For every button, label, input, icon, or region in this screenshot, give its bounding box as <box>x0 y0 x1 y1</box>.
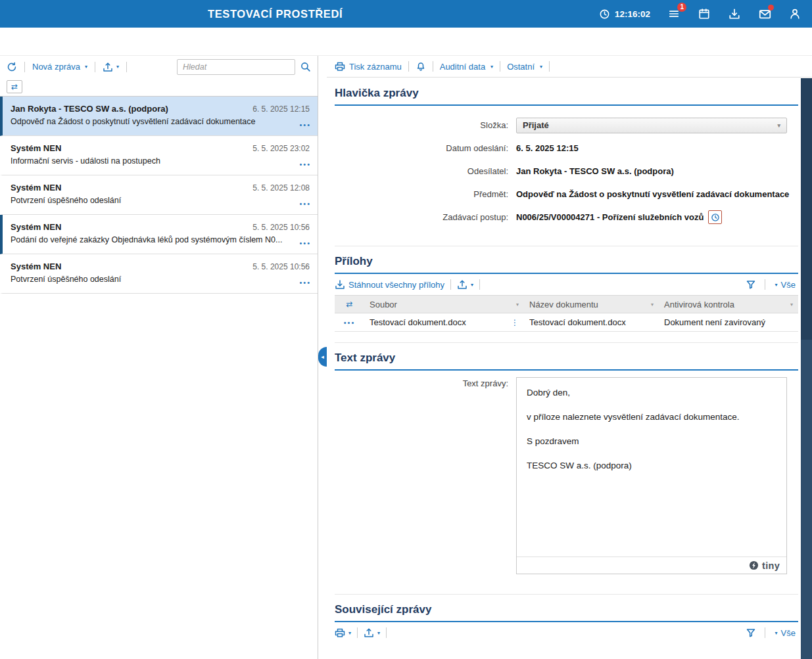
message-menu-icon[interactable]: ••• <box>299 279 311 286</box>
message-menu-icon[interactable]: ••• <box>299 240 311 247</box>
drag-handle-icon[interactable]: ⋮ <box>511 319 519 327</box>
new-message-button[interactable]: Nová zpráva ▾ <box>32 62 87 72</box>
export-menu-button[interactable]: ▾ <box>103 62 119 72</box>
print-record-label: Tisk záznamu <box>349 62 402 72</box>
message-item[interactable]: Systém NEN 5. 5. 2025 10:56 Podání do ve… <box>0 215 318 254</box>
message-subject: Informační servis - události na postupec… <box>11 156 310 166</box>
message-item[interactable]: Systém NEN 5. 5. 2025 23:02 Informační s… <box>0 136 318 175</box>
folder-value: Přijaté <box>523 120 549 130</box>
message-item[interactable]: Systém NEN 5. 5. 2025 10:56 Potvrzení ús… <box>0 254 318 294</box>
audit-data-button[interactable]: Auditní data ▾ <box>440 62 493 72</box>
message-menu-icon[interactable]: ••• <box>299 200 311 208</box>
collapse-panel-button[interactable]: ◂ <box>318 347 327 367</box>
export-related-button[interactable]: ▾ <box>364 627 380 638</box>
scrollbar-thumb[interactable] <box>801 78 812 340</box>
message-menu-icon[interactable]: ••• <box>299 122 311 129</box>
message-subject: Podání do veřejné zakázky Objednávka lék… <box>11 235 310 244</box>
other-button[interactable]: Ostatní ▾ <box>507 62 542 72</box>
separator <box>408 61 409 72</box>
chevron-down-icon: ▾ <box>775 282 778 288</box>
message-paragraph: v příloze naleznete vysvětlení zadávací … <box>527 411 776 423</box>
show-all-filter-button[interactable]: ▾ Vše <box>774 628 796 638</box>
message-text-editor[interactable]: Dobrý den, v příloze naleznete vysvětlen… <box>516 377 787 574</box>
list-settings-row: ⇄ <box>0 78 318 96</box>
section-related-messages: Související zprávy ▾ ▾ <box>335 594 798 643</box>
column-header-antivirus[interactable]: Antivirová kontrola ▾ <box>659 300 798 309</box>
message-date: 5. 5. 2025 12:08 <box>252 183 310 193</box>
sent-date-label: Datum odeslání: <box>335 143 516 153</box>
attachments-toolbar: Stáhnout všechny přílohy ▾ ▾ <box>335 274 798 295</box>
sender-value: Jan Rokyta - TESCO SW a.s. (podpora) <box>516 166 674 176</box>
show-all-label: Vše <box>781 280 796 290</box>
audit-data-label: Auditní data <box>440 62 485 72</box>
column-header-file[interactable]: Soubor ▾ <box>364 300 524 309</box>
calendar-button[interactable] <box>698 7 711 20</box>
subject-label: Předmět: <box>335 189 516 199</box>
message-subject: Potvrzení úspěšného odeslání <box>11 196 310 205</box>
tinymce-logo-icon <box>749 560 759 570</box>
message-list: Jan Rokyta - TESCO SW a.s. (podpora) 6. … <box>0 96 318 659</box>
search-input[interactable] <box>177 59 295 75</box>
column-label: Soubor <box>370 300 397 309</box>
history-refresh-icon[interactable] <box>7 62 17 72</box>
scrollbar[interactable] <box>801 78 812 659</box>
show-all-label: Vše <box>781 628 796 638</box>
app-title: TESTOVACÍ PROSTŘEDÍ <box>208 0 343 28</box>
filter-funnel-icon[interactable] <box>746 279 756 290</box>
chevron-down-icon: ▾ <box>471 282 473 288</box>
section-message-text: Text zprávy Text zprávy: Dobrý den, v př… <box>335 342 798 583</box>
detail-toolbar: Tisk záznamu Auditní data ▾ Ostatní ▾ <box>327 56 812 78</box>
section-attachments: Přílohy Stáhnout všechny přílohy ▾ <box>335 246 798 332</box>
show-all-filter-button[interactable]: ▾ Vše <box>774 280 796 290</box>
separator <box>357 627 358 638</box>
chevron-down-icon: ▾ <box>540 64 542 70</box>
print-related-button[interactable]: ▾ <box>335 627 351 638</box>
menu-button[interactable]: 1 <box>667 7 681 20</box>
section-title: Přílohy <box>335 246 798 274</box>
message-sender: Systém NEN <box>11 222 61 232</box>
procedure-history-clock-icon[interactable] <box>708 210 722 224</box>
header-time: 12:16:02 <box>615 9 650 19</box>
column-header-doc-name[interactable]: Název dokumentu ▾ <box>524 300 659 309</box>
header-icons: 12:16:02 1 <box>599 0 801 28</box>
separator <box>479 279 480 290</box>
column-label: Název dokumentu <box>529 300 598 309</box>
table-settings-icon[interactable]: ⇄ <box>342 298 358 311</box>
search-icon[interactable] <box>300 61 311 72</box>
chevron-down-icon: ▾ <box>775 630 778 636</box>
message-item[interactable]: Systém NEN 5. 5. 2025 12:08 Potvrzení ús… <box>0 175 318 215</box>
row-menu-icon[interactable]: ••• <box>344 319 356 327</box>
separator <box>765 279 765 290</box>
chevron-down-icon: ▾ <box>516 302 519 307</box>
chevron-down-icon: ▾ <box>777 122 780 129</box>
notification-bell-icon[interactable] <box>416 61 426 72</box>
attachment-antivirus: Dokument není zavirovaný <box>664 317 765 327</box>
chevron-down-icon: ▾ <box>790 302 793 307</box>
message-list-toolbar: Nová zpráva ▾ ▾ <box>0 56 318 78</box>
separator <box>450 279 451 290</box>
message-item[interactable]: Jan Rokyta - TESCO SW a.s. (podpora) 6. … <box>0 97 318 136</box>
separator <box>126 62 127 72</box>
print-record-button[interactable]: Tisk záznamu <box>335 61 402 72</box>
separator <box>24 62 25 72</box>
procedure-label: Zadávací postup: <box>335 212 516 222</box>
message-sender: Systém NEN <box>11 143 61 153</box>
folder-select[interactable]: Přijaté ▾ <box>516 118 787 133</box>
attachment-row[interactable]: ••• Testovací dokument.docx ⋮ Testovací … <box>335 313 798 332</box>
list-settings-icon[interactable]: ⇄ <box>7 80 22 93</box>
main-area: Nová zpráva ▾ ▾ ⇄ Jan Rokyta - TESCO SW … <box>0 55 812 659</box>
messages-button[interactable] <box>758 7 771 20</box>
profile-button[interactable] <box>788 7 801 20</box>
downloads-button[interactable] <box>728 7 741 20</box>
message-subject: Potvrzení úspěšného odeslání <box>11 275 310 284</box>
chevron-down-icon: ▾ <box>85 64 87 70</box>
filter-funnel-icon[interactable] <box>746 627 756 638</box>
separator <box>549 61 550 72</box>
editor-status-bar: tiny <box>517 557 786 574</box>
chevron-down-icon: ▾ <box>490 64 493 70</box>
download-all-attachments-button[interactable]: Stáhnout všechny přílohy <box>335 279 444 290</box>
export-attachments-button[interactable]: ▾ <box>457 279 473 290</box>
message-paragraph: S pozdravem <box>527 436 776 447</box>
procedure-value: N006/25/V00004271 - Pořízení služebních … <box>516 212 704 222</box>
message-menu-icon[interactable]: ••• <box>299 161 311 168</box>
